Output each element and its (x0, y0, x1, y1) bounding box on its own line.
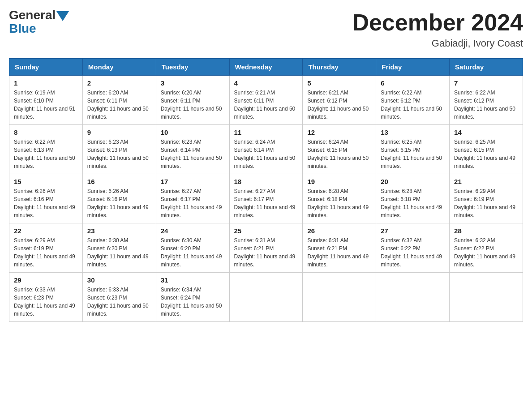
calendar-day-cell (303, 273, 376, 322)
day-info: Sunrise: 6:20 AM Sunset: 6:11 PM Dayligh… (161, 89, 225, 121)
calendar-day-cell: 12 Sunrise: 6:24 AM Sunset: 6:15 PM Dayl… (303, 125, 376, 174)
calendar-day-cell: 27 Sunrise: 6:32 AM Sunset: 6:22 PM Dayl… (376, 223, 450, 273)
col-sunday: Sunday (9, 59, 83, 76)
day-number: 6 (381, 79, 445, 87)
calendar-week-row: 29 Sunrise: 6:33 AM Sunset: 6:23 PM Dayl… (9, 273, 523, 322)
day-info: Sunrise: 6:28 AM Sunset: 6:18 PM Dayligh… (381, 187, 445, 219)
calendar-week-row: 22 Sunrise: 6:29 AM Sunset: 6:19 PM Dayl… (9, 223, 523, 273)
logo-blue: Blue (9, 21, 36, 36)
day-info: Sunrise: 6:33 AM Sunset: 6:23 PM Dayligh… (14, 286, 78, 318)
calendar-table: Sunday Monday Tuesday Wednesday Thursday… (9, 58, 523, 322)
day-info: Sunrise: 6:22 AM Sunset: 6:13 PM Dayligh… (14, 138, 78, 170)
day-number: 10 (161, 128, 225, 136)
day-info: Sunrise: 6:27 AM Sunset: 6:17 PM Dayligh… (234, 187, 298, 219)
calendar-day-cell: 2 Sunrise: 6:20 AM Sunset: 6:11 PM Dayli… (82, 76, 156, 125)
day-info: Sunrise: 6:26 AM Sunset: 6:16 PM Dayligh… (87, 187, 151, 219)
day-number: 24 (161, 227, 225, 235)
month-title: December 2024 (352, 9, 523, 36)
day-info: Sunrise: 6:25 AM Sunset: 6:15 PM Dayligh… (454, 138, 518, 170)
day-info: Sunrise: 6:21 AM Sunset: 6:11 PM Dayligh… (234, 89, 298, 121)
day-info: Sunrise: 6:23 AM Sunset: 6:14 PM Dayligh… (161, 138, 225, 170)
calendar-day-cell: 30 Sunrise: 6:33 AM Sunset: 6:23 PM Dayl… (82, 273, 156, 322)
day-info: Sunrise: 6:31 AM Sunset: 6:21 PM Dayligh… (307, 236, 371, 269)
calendar-day-cell: 8 Sunrise: 6:22 AM Sunset: 6:13 PM Dayli… (9, 125, 83, 174)
calendar-day-cell: 29 Sunrise: 6:33 AM Sunset: 6:23 PM Dayl… (9, 273, 83, 322)
day-number: 18 (234, 178, 298, 185)
day-info: Sunrise: 6:24 AM Sunset: 6:15 PM Dayligh… (307, 138, 371, 170)
calendar-day-cell: 5 Sunrise: 6:21 AM Sunset: 6:12 PM Dayli… (303, 76, 376, 125)
day-info: Sunrise: 6:29 AM Sunset: 6:19 PM Dayligh… (454, 187, 518, 219)
day-number: 28 (454, 227, 518, 235)
day-number: 4 (234, 79, 298, 87)
calendar-day-cell: 4 Sunrise: 6:21 AM Sunset: 6:11 PM Dayli… (229, 76, 303, 125)
calendar-week-row: 15 Sunrise: 6:26 AM Sunset: 6:16 PM Dayl… (9, 174, 523, 223)
title-block: December 2024 Gabiadji, Ivory Coast (352, 9, 523, 49)
calendar-day-cell: 20 Sunrise: 6:28 AM Sunset: 6:18 PM Dayl… (376, 174, 450, 223)
calendar-day-cell (450, 273, 523, 322)
day-info: Sunrise: 6:32 AM Sunset: 6:22 PM Dayligh… (381, 236, 445, 269)
day-number: 17 (161, 178, 225, 185)
col-saturday: Saturday (450, 59, 523, 76)
day-info: Sunrise: 6:22 AM Sunset: 6:12 PM Dayligh… (381, 89, 445, 121)
calendar-day-cell: 31 Sunrise: 6:34 AM Sunset: 6:24 PM Dayl… (156, 273, 229, 322)
col-friday: Friday (376, 59, 450, 76)
day-info: Sunrise: 6:30 AM Sunset: 6:20 PM Dayligh… (161, 236, 225, 269)
calendar-day-cell: 28 Sunrise: 6:32 AM Sunset: 6:22 PM Dayl… (450, 223, 523, 273)
col-tuesday: Tuesday (156, 59, 229, 76)
day-info: Sunrise: 6:22 AM Sunset: 6:12 PM Dayligh… (454, 89, 518, 121)
day-info: Sunrise: 6:25 AM Sunset: 6:15 PM Dayligh… (381, 138, 445, 170)
day-number: 1 (14, 79, 78, 87)
calendar-day-cell: 13 Sunrise: 6:25 AM Sunset: 6:15 PM Dayl… (376, 125, 450, 174)
day-number: 31 (161, 276, 225, 284)
logo-triangle-icon (56, 11, 69, 21)
col-thursday: Thursday (303, 59, 376, 76)
day-number: 19 (307, 178, 371, 185)
page-header: General Blue December 2024 Gabiadji, Ivo… (9, 9, 523, 49)
calendar-day-cell: 21 Sunrise: 6:29 AM Sunset: 6:19 PM Dayl… (450, 174, 523, 223)
calendar-day-cell: 25 Sunrise: 6:31 AM Sunset: 6:21 PM Dayl… (229, 223, 303, 273)
day-info: Sunrise: 6:32 AM Sunset: 6:22 PM Dayligh… (454, 236, 518, 269)
calendar-day-cell: 7 Sunrise: 6:22 AM Sunset: 6:12 PM Dayli… (450, 76, 523, 125)
day-number: 29 (14, 276, 78, 284)
col-monday: Monday (82, 59, 156, 76)
day-info: Sunrise: 6:31 AM Sunset: 6:21 PM Dayligh… (234, 236, 298, 269)
day-number: 2 (87, 79, 151, 87)
day-number: 9 (87, 128, 151, 136)
calendar-day-cell: 24 Sunrise: 6:30 AM Sunset: 6:20 PM Dayl… (156, 223, 229, 273)
day-info: Sunrise: 6:21 AM Sunset: 6:12 PM Dayligh… (307, 89, 371, 121)
calendar-day-cell (229, 273, 303, 322)
day-number: 22 (14, 227, 78, 235)
day-info: Sunrise: 6:33 AM Sunset: 6:23 PM Dayligh… (87, 286, 151, 318)
day-info: Sunrise: 6:23 AM Sunset: 6:13 PM Dayligh… (87, 138, 151, 170)
day-info: Sunrise: 6:19 AM Sunset: 6:10 PM Dayligh… (14, 89, 78, 121)
calendar-header-row: Sunday Monday Tuesday Wednesday Thursday… (9, 59, 523, 76)
day-number: 7 (454, 79, 518, 87)
location: Gabiadji, Ivory Coast (352, 38, 523, 49)
day-info: Sunrise: 6:27 AM Sunset: 6:17 PM Dayligh… (161, 187, 225, 219)
calendar-day-cell: 18 Sunrise: 6:27 AM Sunset: 6:17 PM Dayl… (229, 174, 303, 223)
day-number: 30 (87, 276, 151, 284)
calendar-week-row: 1 Sunrise: 6:19 AM Sunset: 6:10 PM Dayli… (9, 76, 523, 125)
day-info: Sunrise: 6:24 AM Sunset: 6:14 PM Dayligh… (234, 138, 298, 170)
day-info: Sunrise: 6:26 AM Sunset: 6:16 PM Dayligh… (14, 187, 78, 219)
calendar-day-cell: 16 Sunrise: 6:26 AM Sunset: 6:16 PM Dayl… (82, 174, 156, 223)
day-number: 20 (381, 178, 445, 185)
calendar-day-cell: 10 Sunrise: 6:23 AM Sunset: 6:14 PM Dayl… (156, 125, 229, 174)
day-info: Sunrise: 6:20 AM Sunset: 6:11 PM Dayligh… (87, 89, 151, 121)
calendar-day-cell: 22 Sunrise: 6:29 AM Sunset: 6:19 PM Dayl… (9, 223, 83, 273)
calendar-day-cell: 26 Sunrise: 6:31 AM Sunset: 6:21 PM Dayl… (303, 223, 376, 273)
day-number: 14 (454, 128, 518, 136)
day-number: 11 (234, 128, 298, 136)
day-number: 25 (234, 227, 298, 235)
day-number: 13 (381, 128, 445, 136)
day-number: 3 (161, 79, 225, 87)
day-number: 21 (454, 178, 518, 185)
calendar-day-cell: 6 Sunrise: 6:22 AM Sunset: 6:12 PM Dayli… (376, 76, 450, 125)
calendar-day-cell: 1 Sunrise: 6:19 AM Sunset: 6:10 PM Dayli… (9, 76, 83, 125)
day-number: 16 (87, 178, 151, 185)
day-number: 8 (14, 128, 78, 136)
calendar-day-cell: 11 Sunrise: 6:24 AM Sunset: 6:14 PM Dayl… (229, 125, 303, 174)
calendar-week-row: 8 Sunrise: 6:22 AM Sunset: 6:13 PM Dayli… (9, 125, 523, 174)
col-wednesday: Wednesday (229, 59, 303, 76)
day-info: Sunrise: 6:30 AM Sunset: 6:20 PM Dayligh… (87, 236, 151, 269)
